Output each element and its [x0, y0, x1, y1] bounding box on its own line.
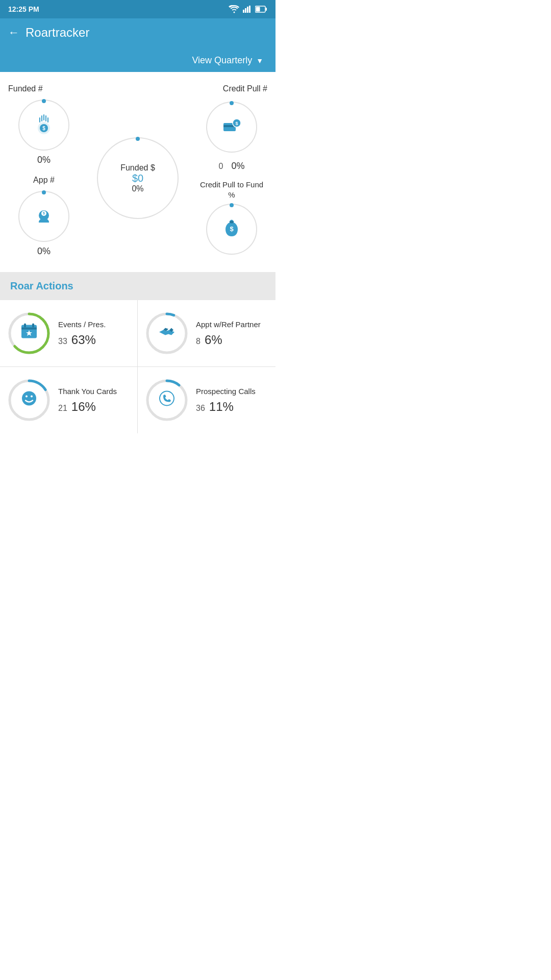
funded-dollar-circle: Funded $ $0 0%: [97, 137, 179, 219]
svg-rect-2: [247, 7, 248, 13]
svg-text:$: $: [235, 121, 238, 126]
center-metrics-col: Funded $ $0 0%: [97, 137, 179, 219]
svg-rect-5: [266, 8, 267, 11]
thankyou-info: Thank You Cards 21 16%: [58, 386, 131, 414]
funded-label: Funded #: [8, 82, 43, 95]
roar-actions-title: Roar Actions: [10, 280, 73, 291]
svg-point-36: [26, 396, 28, 398]
app-title: Roartracker: [26, 26, 89, 40]
status-time: 12:25 PM: [8, 5, 39, 13]
phone-icon: [158, 389, 176, 411]
wifi-icon: [229, 5, 240, 13]
app-label: App #: [33, 174, 55, 187]
view-quarterly-label: View Quarterly: [192, 55, 252, 66]
app-pct-value: 0%: [37, 246, 51, 257]
svg-rect-29: [32, 324, 34, 328]
svg-text:$: $: [230, 225, 234, 233]
svg-rect-1: [245, 8, 246, 13]
svg-point-40: [160, 391, 174, 406]
action-cell-events: Events / Pres. 33 63%: [0, 300, 138, 367]
credit-pull-pct: 0%: [231, 161, 244, 172]
action-cell-appt: Appt w/Ref Partner 8 6%: [138, 300, 276, 367]
actions-grid: Events / Pres. 33 63% Appt: [0, 300, 276, 433]
appt-label: Appt w/Ref Partner: [196, 320, 269, 330]
svg-rect-27: [21, 328, 37, 330]
appt-info: Appt w/Ref Partner 8 6%: [196, 320, 269, 347]
dropdown-arrow-icon: ▼: [256, 57, 263, 65]
signal-icon: [243, 6, 252, 13]
events-circle: [6, 310, 52, 356]
view-quarterly-button[interactable]: View Quarterly ▼: [192, 55, 263, 66]
battery-icon: [255, 6, 267, 13]
svg-text:$: $: [43, 211, 45, 215]
money-bag-circle: $: [206, 204, 257, 255]
svg-point-37: [31, 396, 33, 398]
svg-rect-28: [24, 324, 26, 328]
svg-point-23: [230, 221, 234, 224]
prospecting-label: Prospecting Calls: [196, 386, 269, 397]
events-pct: 63%: [71, 333, 96, 347]
roar-actions-header: Roar Actions: [0, 272, 276, 300]
credit-pull-circle: $: [206, 102, 257, 153]
smiley-icon: [20, 389, 38, 411]
calendar-icon: [20, 323, 38, 345]
svg-rect-3: [249, 6, 251, 13]
money-bag-icon: $: [220, 218, 243, 240]
credit-pull-fund-label: Credit Pull to Fund %: [196, 180, 267, 200]
right-metrics-col: $ 0 0% Credit Pull to Fund % $: [196, 102, 267, 255]
svg-point-35: [22, 391, 36, 406]
funded-circle: $: [18, 100, 69, 151]
thankyou-count: 21: [58, 404, 67, 413]
funded-dollar-pct: 0%: [132, 184, 143, 193]
credit-pull-count: 0: [219, 162, 223, 171]
prospecting-info: Prospecting Calls 36 11%: [196, 386, 269, 414]
events-count: 33: [58, 337, 67, 346]
credit-pull-icon: $: [219, 115, 244, 139]
prospecting-circle: [144, 377, 190, 423]
thankyou-label: Thank You Cards: [58, 386, 131, 397]
prospecting-count: 36: [196, 404, 205, 413]
action-cell-prospecting: Prospecting Calls 36 11%: [138, 367, 276, 433]
status-icons: [229, 5, 267, 13]
prospecting-pct: 11%: [209, 400, 234, 414]
events-label: Events / Pres.: [58, 320, 131, 330]
status-bar: 12:25 PM: [0, 0, 276, 18]
appt-circle: [144, 310, 190, 356]
appt-pct: 6%: [205, 333, 222, 347]
thankyou-pct: 16%: [71, 400, 96, 414]
svg-rect-0: [243, 10, 244, 13]
handshake-icon: [157, 322, 177, 345]
funded-pct-value: 0%: [37, 155, 51, 165]
funded-icon: $: [32, 113, 56, 137]
back-button[interactable]: ←: [8, 26, 19, 39]
app-icon: $: [32, 204, 56, 229]
events-info: Events / Pres. 33 63%: [58, 320, 131, 347]
svg-text:$: $: [42, 126, 45, 131]
funded-dollar-label: Funded $: [120, 163, 155, 173]
appt-count: 8: [196, 337, 201, 346]
thankyou-circle: [6, 377, 52, 423]
left-metrics-col: $ 0% App #: [8, 100, 80, 257]
funded-amount: $0: [132, 173, 143, 184]
action-cell-thankyou: Thank You Cards 21 16%: [0, 367, 138, 433]
app-circle: $: [18, 191, 69, 242]
app-header: ← Roartracker View Quarterly ▼: [0, 18, 276, 72]
credit-pull-label: Credit Pull #: [223, 82, 267, 95]
metrics-section: Funded # Credit Pull # $: [0, 72, 276, 272]
svg-rect-6: [256, 7, 260, 12]
